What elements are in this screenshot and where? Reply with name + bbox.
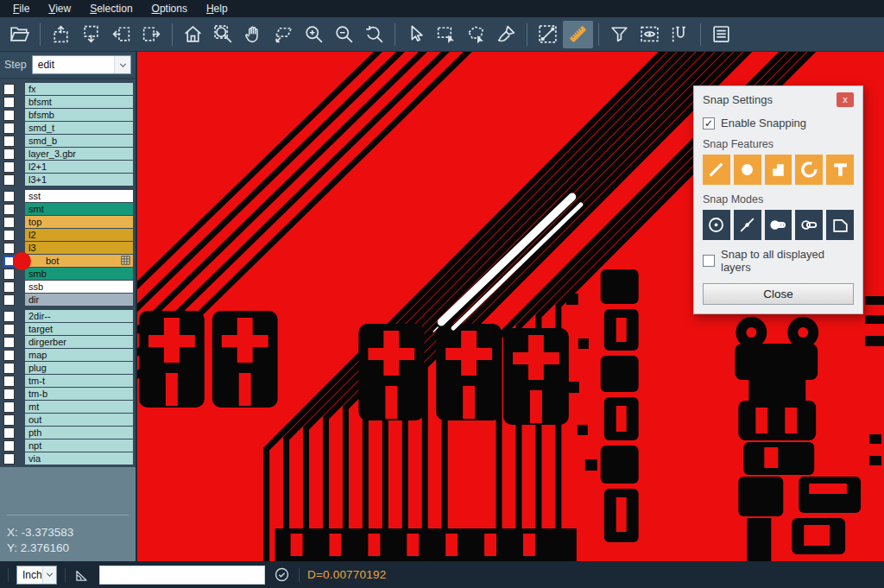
- menu-view[interactable]: View: [39, 1, 80, 17]
- clean-brush-icon[interactable]: [491, 21, 521, 48]
- layer-visibility-checkbox[interactable]: [3, 110, 15, 121]
- layer-row-dir[interactable]: dir: [0, 294, 136, 306]
- layer-row-tm-t[interactable]: tm-t: [0, 375, 136, 387]
- layer-visibility-checkbox[interactable]: [3, 243, 15, 254]
- layer-name[interactable]: tm-b: [25, 388, 133, 400]
- layer-name[interactable]: smd_b: [25, 135, 133, 147]
- menu-file[interactable]: File: [3, 1, 39, 17]
- layer-row-mt[interactable]: mt: [0, 401, 136, 413]
- layer-visibility-checkbox[interactable]: [3, 324, 15, 335]
- layer-name[interactable]: mt: [25, 401, 133, 413]
- layer-visibility-checkbox[interactable]: [3, 294, 15, 306]
- close-button[interactable]: Close: [703, 283, 854, 305]
- layer-name[interactable]: top: [25, 216, 133, 228]
- layer-name[interactable]: smt: [25, 203, 133, 215]
- layer-row-l2[interactable]: l2: [0, 229, 136, 241]
- snap-feature-text-icon[interactable]: [826, 155, 854, 185]
- layer-row-tm-b[interactable]: tm-b: [0, 388, 136, 400]
- layer-visibility-checkbox[interactable]: [3, 84, 15, 95]
- layer-row-bfsmb[interactable]: bfsmb: [0, 109, 136, 121]
- layer-name[interactable]: sst: [25, 190, 133, 202]
- dialog-close-icon[interactable]: x: [837, 92, 854, 107]
- layer-visibility-checkbox[interactable]: [3, 269, 15, 280]
- layer-visibility-checkbox[interactable]: [3, 350, 15, 361]
- snap-mode-board-outline-icon[interactable]: [826, 210, 854, 240]
- layer-row-dirgerber[interactable]: dirgerber: [0, 336, 136, 348]
- layer-name[interactable]: 2dir--: [25, 310, 133, 322]
- layer-visibility-checkbox[interactable]: [3, 427, 15, 439]
- layer-row-pth[interactable]: pth: [0, 427, 136, 439]
- layer-name[interactable]: plug: [25, 362, 133, 374]
- filter-icon[interactable]: [604, 21, 635, 48]
- layer-visibility-checkbox[interactable]: [3, 161, 15, 173]
- layer-row-2dir--[interactable]: 2dir--: [0, 310, 136, 322]
- layer-name[interactable]: dirgerber: [25, 336, 133, 348]
- layer-visibility-checkbox[interactable]: [3, 389, 15, 400]
- layer-visibility-checkbox[interactable]: [3, 191, 15, 202]
- layer-row-bot[interactable]: bot: [0, 255, 136, 267]
- scroll-down-icon[interactable]: [76, 21, 106, 48]
- layer-row-top[interactable]: top: [0, 216, 136, 228]
- command-input[interactable]: [99, 566, 265, 585]
- layer-name[interactable]: tm-t: [25, 375, 133, 387]
- layer-name[interactable]: l3: [25, 242, 133, 254]
- angle-measure-icon[interactable]: [73, 566, 92, 584]
- snap-magnet-icon[interactable]: [665, 21, 695, 48]
- layer-visibility-checkbox[interactable]: [3, 311, 15, 322]
- layer-name[interactable]: smb: [25, 268, 133, 280]
- move-window-icon[interactable]: [268, 21, 299, 48]
- layer-row-smd_t[interactable]: smd_t: [0, 122, 136, 134]
- scroll-left-icon[interactable]: [106, 21, 136, 48]
- chevron-down-icon[interactable]: [114, 56, 130, 73]
- layer-name[interactable]: pth: [25, 427, 133, 439]
- snap-feature-line-icon[interactable]: [703, 155, 730, 185]
- layer-name[interactable]: l3+1: [25, 174, 133, 186]
- layer-visibility-checkbox[interactable]: [3, 453, 15, 465]
- scroll-right-icon[interactable]: [136, 21, 167, 48]
- layer-row-plug[interactable]: plug: [0, 362, 136, 374]
- snap-mode-slot-outline-icon[interactable]: [795, 210, 823, 240]
- layer-row-bfsmt[interactable]: bfsmt: [0, 96, 136, 108]
- layer-visibility-checkbox[interactable]: [3, 363, 15, 374]
- layer-name[interactable]: target: [25, 323, 133, 335]
- layer-visibility-checkbox[interactable]: [3, 123, 15, 134]
- menu-help[interactable]: Help: [197, 1, 237, 17]
- layer-row-ssb[interactable]: ssb: [0, 281, 136, 293]
- menu-options[interactable]: Options: [142, 1, 197, 17]
- report-form-icon[interactable]: [706, 21, 736, 48]
- layer-name[interactable]: smd_t: [25, 122, 133, 134]
- snap-all-layers-checkbox[interactable]: [703, 255, 715, 267]
- layer-name[interactable]: ssb: [25, 281, 133, 293]
- measure-ruler-icon[interactable]: [563, 21, 593, 48]
- layer-visibility-checkbox[interactable]: [3, 281, 15, 293]
- layer-visibility-checkbox[interactable]: [3, 97, 15, 108]
- snap-feature-circle-icon[interactable]: [734, 155, 761, 185]
- enable-snapping-checkbox[interactable]: ✓: [703, 117, 715, 130]
- apply-icon[interactable]: [273, 566, 291, 584]
- scroll-up-icon[interactable]: [46, 21, 76, 48]
- layer-visibility-checkbox[interactable]: [3, 204, 15, 215]
- layer-row-out[interactable]: out: [0, 414, 136, 426]
- layer-visibility-checkbox[interactable]: [3, 376, 15, 387]
- layer-visibility-checkbox[interactable]: [3, 217, 15, 228]
- layer-name[interactable]: via: [25, 452, 133, 465]
- snap-mode-center-icon[interactable]: [703, 210, 730, 240]
- zoom-previous-icon[interactable]: [359, 21, 389, 48]
- layer-name[interactable]: bfsmt: [25, 96, 133, 108]
- zoom-out-icon[interactable]: [329, 21, 359, 48]
- home-view-icon[interactable]: [178, 21, 208, 48]
- units-dropdown[interactable]: Inch: [16, 566, 57, 585]
- layer-visibility-checkbox[interactable]: [3, 149, 15, 160]
- display-options-icon[interactable]: [635, 21, 665, 48]
- layer-row-l3+1[interactable]: l3+1: [0, 174, 136, 186]
- chevron-down-icon[interactable]: [42, 566, 56, 584]
- layer-row-map[interactable]: map: [0, 349, 136, 361]
- select-pointer-icon[interactable]: [401, 21, 431, 48]
- layer-visibility-checkbox[interactable]: [3, 414, 15, 426]
- layer-name[interactable]: dir: [25, 294, 133, 306]
- layer-row-sst[interactable]: sst: [0, 190, 136, 202]
- layer-row-smt[interactable]: smt: [0, 203, 136, 215]
- open-file-icon[interactable]: [4, 21, 35, 48]
- layer-name[interactable]: map: [25, 349, 133, 361]
- snap-feature-pad-icon[interactable]: [765, 155, 792, 185]
